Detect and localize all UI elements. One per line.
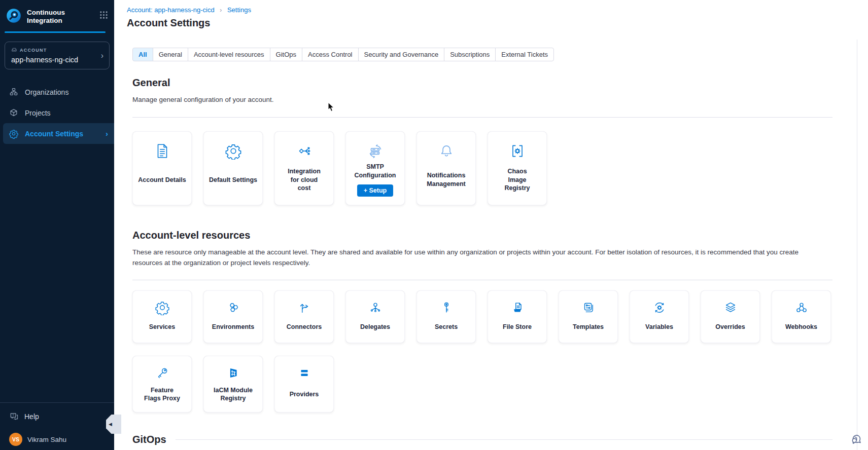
- card-label: Connectors: [287, 323, 322, 331]
- settings-tabs: All General Account-level resources GitO…: [132, 48, 832, 61]
- sidebar-item-label: Organizations: [25, 88, 68, 96]
- page-header: Account: app-harness-ng-cicd › Settings …: [114, 0, 868, 29]
- card-default-settings[interactable]: Default Settings: [203, 131, 263, 205]
- card-templates[interactable]: Templates: [559, 290, 618, 343]
- card-label: Default Settings: [209, 176, 257, 184]
- delegate-tree-icon: [368, 299, 383, 316]
- card-label: Environments: [212, 323, 254, 331]
- general-section-title: General: [132, 77, 832, 89]
- page-title: Account Settings: [127, 17, 856, 29]
- layers-icon: [723, 299, 738, 316]
- smtp-server-icon: [367, 142, 384, 160]
- sidebar-header: Continuous Integration: [0, 0, 114, 25]
- card-label: Services: [149, 323, 175, 331]
- user-name: Vikram Sahu: [27, 436, 66, 443]
- gitops-section-title: GitOps: [132, 434, 166, 445]
- account-level-section-title: Account-level resources: [132, 230, 832, 241]
- card-delegates[interactable]: Delegates: [345, 290, 405, 343]
- breadcrumb-settings-link[interactable]: Settings: [227, 6, 251, 14]
- card-iacm-module-registry[interactable]: IaCM Module Registry: [203, 356, 263, 413]
- card-label: Secrets: [435, 323, 458, 331]
- key-vertical-icon: [439, 299, 454, 316]
- webhook-icon: [794, 299, 809, 316]
- key-diagonal-icon: [155, 365, 170, 381]
- breadcrumb-account-link[interactable]: Account: app-harness-ng-cicd: [127, 6, 215, 14]
- chat-bubble-icon: [850, 432, 864, 446]
- account-label: ACCOUNT: [20, 48, 47, 53]
- account-selector[interactable]: ACCOUNT app-harness-ng-cicd ›: [5, 42, 110, 69]
- sidebar-item-organizations[interactable]: Organizations: [0, 82, 114, 102]
- general-section-description: Manage general configuration of your acc…: [132, 95, 822, 105]
- tab-access-control[interactable]: Access Control: [302, 48, 358, 61]
- divider: [176, 439, 832, 440]
- card-variables[interactable]: Variables: [630, 290, 689, 343]
- breadcrumb-separator: ›: [216, 7, 225, 14]
- card-label: SMTP Configuration: [351, 163, 400, 179]
- card-label: Notifications Management: [422, 171, 471, 188]
- bars-icon: [297, 365, 312, 381]
- tab-subscriptions[interactable]: Subscriptions: [444, 48, 496, 61]
- gear-icon: [155, 299, 170, 316]
- gear-cycle-icon: [652, 299, 667, 316]
- divider: [132, 280, 832, 280]
- tab-all[interactable]: All: [132, 48, 153, 61]
- breadcrumb: Account: app-harness-ng-cicd › Settings: [127, 6, 856, 14]
- card-label: Providers: [290, 390, 319, 399]
- card-label: IaCM Module Registry: [211, 386, 256, 403]
- tab-external-tickets[interactable]: External Tickets: [495, 48, 554, 61]
- card-label: Overrides: [715, 323, 745, 331]
- svg-text:?: ?: [12, 414, 14, 417]
- card-label: Feature Flags Proxy: [143, 386, 182, 403]
- divider: [132, 117, 832, 118]
- card-chaos-image-registry[interactable]: Chaos Image Registry: [488, 131, 547, 205]
- module-flag-icon: [226, 365, 241, 381]
- card-smtp-configuration[interactable]: SMTP Configuration + Setup: [345, 131, 405, 205]
- card-feature-flags-proxy[interactable]: Feature Flags Proxy: [132, 356, 192, 413]
- gitops-section-header: GitOps: [132, 434, 832, 445]
- card-label: Delegates: [360, 323, 390, 331]
- module-accent-line: [5, 31, 106, 33]
- sidebar-nav: Organizations Projects Account Settings …: [0, 82, 114, 144]
- smtp-setup-button[interactable]: + Setup: [357, 184, 394, 197]
- hexagons-icon: [226, 299, 241, 316]
- file-tray-icon: [510, 299, 525, 316]
- sidebar-footer: ? Help VS Vikram Sahu: [0, 402, 114, 450]
- organizations-icon: [9, 87, 19, 97]
- card-label: Templates: [573, 323, 604, 331]
- card-integration-cloud-cost[interactable]: Integration for cloud cost: [274, 131, 334, 205]
- resource-center-button[interactable]: [850, 432, 864, 448]
- module-switcher-icon[interactable]: [99, 8, 108, 21]
- card-secrets[interactable]: Secrets: [416, 290, 476, 343]
- projects-cube-icon: [9, 108, 19, 118]
- sidebar-item-account-settings[interactable]: Account Settings ›: [3, 123, 114, 144]
- chevron-right-icon: ›: [101, 51, 103, 60]
- account-scope-icon: [11, 47, 17, 54]
- tab-gitops[interactable]: GitOps: [270, 48, 302, 61]
- fork-arrows-icon: [297, 299, 312, 316]
- tab-security-and-governance[interactable]: Security and Governance: [358, 48, 445, 61]
- card-webhooks[interactable]: Webhooks: [772, 290, 831, 343]
- card-label: File Store: [503, 323, 532, 331]
- sidebar: Continuous Integration ACCOUNT app-harne…: [0, 0, 114, 450]
- card-label: Account Details: [138, 176, 186, 184]
- card-connectors[interactable]: Connectors: [274, 290, 334, 343]
- tab-account-level-resources[interactable]: Account-level resources: [188, 48, 270, 61]
- help-button[interactable]: ? Help: [0, 403, 114, 429]
- card-account-details[interactable]: Account Details: [132, 131, 192, 205]
- card-providers[interactable]: Providers: [274, 356, 334, 413]
- tab-general[interactable]: General: [153, 48, 188, 61]
- help-chat-icon: ?: [9, 411, 19, 422]
- chevron-right-icon: ›: [106, 129, 108, 138]
- card-file-store[interactable]: File Store: [488, 290, 547, 343]
- card-overrides[interactable]: Overrides: [701, 290, 760, 343]
- sidebar-item-label: Account Settings: [25, 130, 83, 138]
- sidebar-item-projects[interactable]: Projects: [0, 102, 114, 123]
- integration-icon: [296, 142, 313, 160]
- user-profile[interactable]: VS Vikram Sahu: [0, 429, 114, 450]
- card-notifications-management[interactable]: Notifications Management: [416, 131, 476, 205]
- scrollbar[interactable]: [857, 40, 857, 450]
- harness-ci-logo-icon: [6, 8, 22, 24]
- card-services[interactable]: Services: [132, 290, 192, 343]
- bell-icon: [438, 142, 455, 160]
- card-environments[interactable]: Environments: [203, 290, 263, 343]
